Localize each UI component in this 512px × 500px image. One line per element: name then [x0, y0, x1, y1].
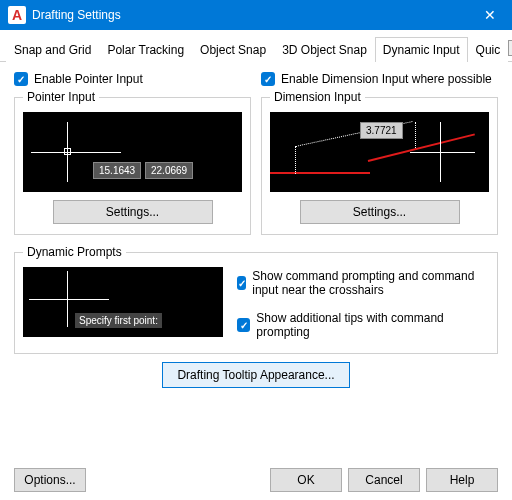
checkmark-icon: ✓: [237, 318, 250, 332]
enable-pointer-input-checkbox[interactable]: ✓ Enable Pointer Input: [14, 72, 251, 86]
dimension-settings-button[interactable]: Settings...: [300, 200, 460, 224]
options-button[interactable]: Options...: [14, 468, 86, 492]
dynamic-prompts-group: Dynamic Prompts Specify first point: ✓ S…: [14, 245, 498, 354]
enable-dimension-input-checkbox[interactable]: ✓ Enable Dimension Input where possible: [261, 72, 498, 86]
pointer-input-legend: Pointer Input: [23, 90, 99, 104]
show-additional-tips-label: Show additional tips with command prompt…: [256, 311, 489, 339]
dimension-input-group: Dimension Input 3.7721 Settings...: [261, 90, 498, 235]
ok-button[interactable]: OK: [270, 468, 342, 492]
pointer-input-preview: 15.1643 22.0669: [23, 112, 242, 192]
tab-bar: Snap and Grid Polar Tracking Object Snap…: [0, 30, 512, 62]
enable-dimension-label: Enable Dimension Input where possible: [281, 72, 492, 86]
enable-pointer-label: Enable Pointer Input: [34, 72, 143, 86]
show-command-prompting-label: Show command prompting and command input…: [252, 269, 489, 297]
window-title: Drafting Settings: [32, 8, 468, 22]
show-command-prompting-checkbox[interactable]: ✓ Show command prompting and command inp…: [237, 269, 489, 297]
dimension-input-preview: 3.7721: [270, 112, 489, 192]
tab-snap-and-grid[interactable]: Snap and Grid: [6, 37, 99, 62]
tab-polar-tracking[interactable]: Polar Tracking: [99, 37, 192, 62]
tab-dynamic-input[interactable]: Dynamic Input: [375, 37, 468, 62]
drafting-tooltip-appearance-button[interactable]: Drafting Tooltip Appearance...: [162, 362, 349, 388]
checkmark-icon: ✓: [237, 276, 246, 290]
pointer-coord-y: 22.0669: [145, 162, 193, 179]
dimension-input-legend: Dimension Input: [270, 90, 365, 104]
dialog-footer: Options... OK Cancel Help: [0, 468, 512, 492]
show-additional-tips-checkbox[interactable]: ✓ Show additional tips with command prom…: [237, 311, 489, 339]
close-icon[interactable]: ✕: [468, 0, 512, 30]
titlebar: A Drafting Settings ✕: [0, 0, 512, 30]
tab-object-snap[interactable]: Object Snap: [192, 37, 274, 62]
tab-quick-properties-truncated[interactable]: Quic: [468, 37, 509, 62]
help-button[interactable]: Help: [426, 468, 498, 492]
prompt-preview-text: Specify first point:: [75, 313, 162, 328]
checkmark-icon: ✓: [14, 72, 28, 86]
dimension-value: 3.7721: [360, 122, 403, 139]
checkmark-icon: ✓: [261, 72, 275, 86]
pointer-settings-button[interactable]: Settings...: [53, 200, 213, 224]
dynamic-prompts-legend: Dynamic Prompts: [23, 245, 126, 259]
dynamic-prompts-preview: Specify first point:: [23, 267, 223, 337]
app-logo-icon: A: [8, 6, 26, 24]
tab-scroll-left-icon[interactable]: ◄: [508, 40, 512, 56]
pointer-input-group: Pointer Input 15.1643 22.0669 Settings..…: [14, 90, 251, 235]
cancel-button[interactable]: Cancel: [348, 468, 420, 492]
tab-3d-object-snap[interactable]: 3D Object Snap: [274, 37, 375, 62]
pointer-coord-x: 15.1643: [93, 162, 141, 179]
